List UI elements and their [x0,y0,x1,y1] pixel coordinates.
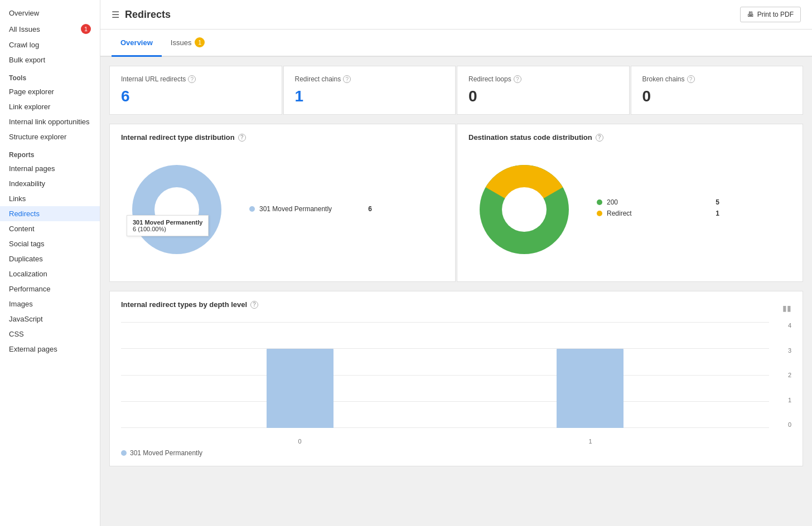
right-chart-legend: 200 5 Redirect 1 [597,198,719,221]
bar-x-label-1: 1 [557,438,624,445]
sidebar-item-page-explorer[interactable]: Page explorer [0,84,100,99]
legend-dot [597,211,602,216]
bar-chart-legend: 301 Moved Permanently [121,449,791,457]
bar-chart-card: Internal redirect types by depth level ?… [109,291,803,466]
left-donut-wrapper: 301 Moved Permanently 6 (100.00%) [121,154,233,267]
sidebar-item-javascript[interactable]: JavaScript [0,311,100,327]
bar-chart-header: Internal redirect types by depth level ?… [121,300,791,315]
card-help-icon-0[interactable]: ? [188,75,196,83]
sidebar-item-links[interactable]: Links [0,191,100,206]
tab-badge: 1 [195,37,205,47]
metric-card-0: Internal URL redirects ?6 [109,66,282,115]
bar-1 [557,349,624,428]
charts-row: Internal redirect type distribution ? [100,119,812,286]
sidebar: OverviewAll Issues1Crawl logBulk export … [0,0,100,526]
redirect-type-chart: Internal redirect type distribution ? [109,124,456,282]
sidebar-item-label: Overview [9,9,39,17]
hamburger-icon[interactable]: ☰ [112,9,119,20]
print-label: Print to PDF [757,11,794,18]
bar-y-label-3: 3 [788,347,791,354]
sidebar-badge: 1 [81,24,91,34]
main-content: ☰ Redirects 🖶 Print to PDF OverviewIssue… [100,0,812,526]
bar-y-label-4: 4 [788,322,791,329]
sidebar-item-internal-link-opp[interactable]: Internal link opportunities [0,114,100,129]
bar-0 [267,349,334,428]
printer-icon: 🖶 [747,11,754,18]
bar-y-labels: 4 3 2 1 0 [772,322,791,428]
card-title-3: Broken chains ? [642,75,792,83]
print-to-pdf-button[interactable]: 🖶 Print to PDF [740,7,801,22]
sidebar-item-duplicates[interactable]: Duplicates [0,251,100,266]
sidebar-item-bulk-export[interactable]: Bulk export [0,52,100,67]
sidebar-item-performance[interactable]: Performance [0,281,100,296]
bar-y-label-0: 0 [788,421,791,428]
sidebar-item-css[interactable]: CSS [0,327,100,342]
tab-issues[interactable]: Issues1 [162,30,214,57]
right-legend-item: Redirect 1 [597,210,719,217]
right-chart-title: Destination status code distribution ? [468,133,791,142]
sidebar-item-external-pages[interactable]: External pages [0,342,100,357]
card-title-1: Redirect chains ? [295,75,444,83]
bar-chart-bars [121,322,769,428]
sidebar-item-link-explorer[interactable]: Link explorer [0,99,100,114]
card-value-3: 0 [642,87,792,105]
left-donut-svg [121,154,233,265]
tools-label: Tools [0,67,100,84]
sidebar-item-crawl-log[interactable]: Crawl log [0,37,100,52]
legend-label: 200 [607,198,711,206]
card-help-icon-1[interactable]: ? [343,75,351,83]
legend-dot [597,199,602,205]
right-chart-help-icon[interactable]: ? [596,134,603,142]
card-help-icon-3[interactable]: ? [687,75,695,83]
metric-card-2: Redirect loops ?0 [457,66,630,115]
bar-legend-label: 301 Moved Permanently [130,449,202,457]
left-legend-item: 301 Moved Permanently 6 [249,205,372,213]
left-chart-help-icon[interactable]: ? [238,134,246,142]
page-title: Redirects [125,9,171,21]
header-left: ☰ Redirects [112,9,171,21]
bar-x-label-0: 0 [267,438,334,445]
sidebar-item-social-tags[interactable]: Social tags [0,236,100,251]
sidebar-item-content[interactable]: Content [0,221,100,236]
page-header: ☰ Redirects 🖶 Print to PDF [100,0,812,30]
destination-status-chart: Destination status code distribution ? [457,124,803,282]
bar-y-label-2: 2 [788,372,791,378]
sidebar-item-internal-pages[interactable]: Internal pages [0,161,100,176]
chart-type-icon[interactable]: ▮▮ [782,304,791,313]
tab-overview[interactable]: Overview [112,30,162,57]
left-donut-container: 301 Moved Permanently 6 (100.00%) 301 Mo… [121,148,444,272]
bar-chart-help-icon[interactable]: ? [250,301,258,309]
left-chart-legend: 301 Moved Permanently 6 [249,205,372,216]
left-chart-title: Internal redirect type distribution ? [121,133,444,142]
legend-count: 1 [716,210,719,217]
right-donut-container: 200 5 Redirect 1 [468,148,791,271]
sidebar-item-indexability[interactable]: Indexability [0,176,100,191]
tooltip-label: 301 Moved Permanently [133,219,202,226]
bar-x-labels: 0 1 [121,438,769,445]
right-donut-svg [468,154,580,265]
sidebar-item-localization[interactable]: Localization [0,266,100,281]
card-value-2: 0 [468,87,618,105]
bar-chart-title: Internal redirect types by depth level ? [121,300,258,309]
bar-y-label-1: 1 [788,397,791,403]
donut-tooltip: 301 Moved Permanently 6 (100.00%) [127,215,209,236]
sidebar-item-redirects[interactable]: Redirects [0,206,100,221]
reports-label: Reports [0,144,100,161]
card-help-icon-2[interactable]: ? [514,75,521,83]
sidebar-item-all-issues[interactable]: All Issues1 [0,21,100,37]
legend-dot [249,206,255,212]
tab-label: Issues [171,38,192,47]
bar-legend-dot [121,450,127,456]
legend-label: 301 Moved Permanently [259,205,364,213]
sidebar-item-overview[interactable]: Overview [0,6,100,21]
card-value-1: 1 [295,87,444,105]
sidebar-item-label: Bulk export [9,56,45,64]
sidebar-item-label: All Issues [9,25,40,33]
sidebar-item-images[interactable]: Images [0,296,100,311]
tab-label: Overview [120,38,153,47]
card-value-0: 6 [121,87,270,105]
legend-label: Redirect [607,210,711,217]
content-area: Internal URL redirects ?6Redirect chains… [100,57,812,526]
sidebar-item-structure-explorer[interactable]: Structure explorer [0,129,100,144]
metric-card-1: Redirect chains ?1 [283,66,456,115]
